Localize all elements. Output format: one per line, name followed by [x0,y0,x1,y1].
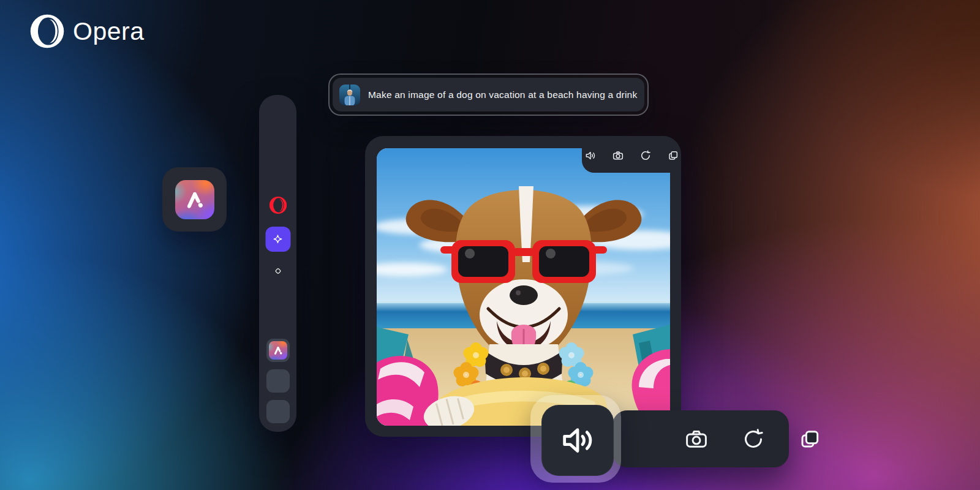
image-toolbar [582,136,681,173]
prompt-bubble-inner: Make an image of a dog on vacation at a … [333,78,644,111]
speaker-icon [584,149,597,162]
copy-button-large[interactable] [797,425,822,453]
prompt-text: Make an image of a dog on vacation at a … [368,89,637,100]
sidebar-shortcut-button[interactable] [273,266,283,279]
prompt-bubble: Make an image of a dog on vacation at a … [328,74,649,116]
sparkle-icon [272,233,284,246]
speaker-icon [558,421,597,460]
regenerate-button[interactable] [638,148,654,164]
sidebar-aria-app-item[interactable] [266,339,290,362]
camera-icon [684,426,709,452]
sidebar-aria-ai-button[interactable] [265,227,290,252]
refresh-icon [741,427,766,451]
sidebar-opera-logo[interactable] [269,196,287,217]
user-avatar [339,85,360,105]
speaker-button-halo [530,395,621,483]
diamond-icon [273,266,283,276]
regenerate-button-large[interactable] [741,425,766,453]
screenshot-button[interactable] [610,148,626,164]
magnified-toolbar [612,410,789,467]
copy-button[interactable] [665,148,681,164]
opera-wordmark: Opera [73,13,144,49]
camera-icon [612,149,624,162]
aria-a-mark-icon [272,344,284,356]
generated-image-card [365,136,681,437]
copy-icon [797,427,822,451]
sidebar-placeholder-2[interactable] [266,400,290,423]
copy-icon [667,149,679,162]
read-aloud-button-large[interactable] [541,405,614,476]
opera-logo-icon [29,13,65,49]
read-aloud-button[interactable] [582,148,598,164]
screenshot-button-large[interactable] [684,425,709,453]
marketing-canvas: Opera [0,0,980,490]
sidebar-placeholder-1[interactable] [266,369,290,393]
aria-mini-tile [269,341,287,360]
opera-brand: Opera [29,13,144,49]
refresh-icon [639,149,652,162]
aria-app-icon-large[interactable] [162,167,227,232]
generated-dog-image[interactable] [377,148,670,426]
aria-a-mark-icon [183,187,207,212]
browser-sidebar [259,95,296,432]
opera-o-red-icon [269,196,287,214]
